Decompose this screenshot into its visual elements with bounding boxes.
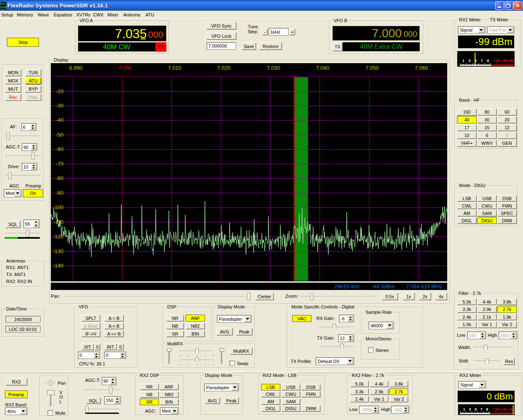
- svg-text:9: 9: [486, 407, 488, 411]
- svg-text:-30: -30: [56, 103, 64, 109]
- svg-text:-100: -100: [53, 204, 64, 210]
- svg-text:5: 5: [475, 407, 477, 411]
- svg-text:-60: -60: [56, 146, 64, 152]
- svg-text:+6: +6: [508, 407, 512, 411]
- svg-text:SDR: SDR: [0, 6, 6, 9]
- svg-text:9: 9: [487, 59, 489, 63]
- svg-text:-140: -140: [53, 262, 64, 269]
- svg-text:-90: -90: [56, 190, 64, 196]
- svg-text:-120: -120: [53, 233, 64, 240]
- svg-text:3: 3: [469, 407, 471, 411]
- svg-text:7.000: 7.000: [118, 65, 132, 71]
- svg-text:7: 7: [481, 59, 483, 63]
- svg-text:1: 1: [462, 59, 464, 63]
- svg-text:-80: -80: [56, 175, 64, 181]
- svg-text:-110: -110: [53, 219, 64, 225]
- svg-text:+20: +20: [493, 407, 499, 411]
- svg-text:-20: -20: [56, 88, 64, 94]
- svg-text:+60: +60: [508, 59, 514, 63]
- svg-text:7: 7: [480, 407, 482, 411]
- svg-text:7.040: 7.040: [316, 65, 330, 71]
- svg-text:-40: -40: [56, 117, 64, 123]
- svg-text:7.010: 7.010: [168, 65, 182, 71]
- svg-text:7.030: 7.030: [267, 65, 280, 71]
- svg-text:-130: -130: [53, 248, 64, 254]
- svg-text:7.050: 7.050: [366, 65, 379, 71]
- svg-text:-70: -70: [56, 161, 64, 167]
- svg-text:7.060: 7.060: [415, 65, 428, 71]
- svg-text:+40: +40: [501, 59, 507, 63]
- svg-text:1: 1: [463, 407, 465, 411]
- svg-text:3: 3: [468, 59, 471, 63]
- svg-text:+40: +40: [500, 407, 507, 411]
- svg-text:Pwr: Pwr: [0, 2, 6, 5]
- svg-text:-50: -50: [56, 132, 64, 138]
- svg-text:6.990: 6.990: [69, 65, 83, 71]
- svg-text:+20: +20: [493, 59, 500, 63]
- svg-text:7.020: 7.020: [217, 65, 231, 71]
